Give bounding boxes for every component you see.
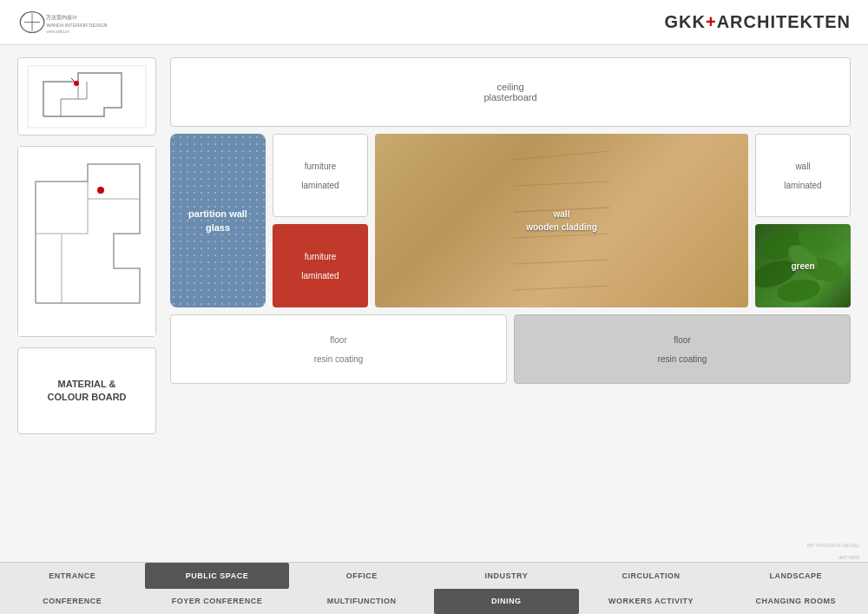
furniture-red-line1: furniture — [305, 252, 337, 261]
material-label-line2: COLOUR BOARD — [47, 392, 126, 402]
floor-gray-line2: resin coating — [658, 354, 707, 364]
wall-lam-column: wall laminated green — [755, 134, 851, 307]
furniture-white-card: furniture laminated — [273, 134, 368, 217]
green-text: green — [787, 258, 818, 274]
material-grid: partition wall glass furniture laminated… — [170, 134, 851, 307]
material-label: MATERIAL & COLOUR BOARD — [47, 378, 126, 405]
svg-line-18 — [514, 234, 609, 238]
floor-white-card: floor resin coating — [170, 314, 507, 384]
floor-plan-box — [17, 146, 156, 337]
watermark: MT INTERIOR DESIGN IMT·BBS — [807, 537, 859, 560]
furniture-white-line1: furniture — [305, 162, 337, 171]
header: 万达室内设计 WANDA INTERIOR DESIGN www.wdid.cn… — [0, 0, 868, 45]
nav-item-conference[interactable]: CONFERENCE — [0, 589, 145, 615]
ceiling-label: ceiling — [496, 82, 523, 92]
nav-item-circulation[interactable]: CIRCULATION — [579, 563, 724, 589]
material-label-line1: MATERIAL & — [58, 379, 116, 389]
nav-item-multifunction[interactable]: MULTIFUNCTION — [289, 589, 434, 615]
main-content: MATERIAL & COLOUR BOARD ceiling plasterb… — [0, 45, 868, 562]
wall-wooden-text: wall wooden cladding — [526, 208, 597, 234]
wall-wooden-card: wall wooden cladding — [375, 134, 748, 307]
svg-line-19 — [514, 260, 609, 264]
left-column: MATERIAL & COLOUR BOARD — [17, 57, 156, 550]
map-thumbnail — [26, 64, 148, 129]
ceiling-box: ceiling plasterboard — [170, 57, 851, 127]
bottom-nav: ENTRANCEPUBLIC SPACEOFFICEINDUSTRYCIRCUL… — [0, 562, 868, 614]
partition-wall-card: partition wall glass — [170, 134, 266, 307]
logo-plus: + — [706, 12, 717, 31]
floor-gray-card: floor resin coating — [514, 314, 851, 384]
ceiling-sub: plasterboard — [483, 92, 536, 102]
nav-item-office[interactable]: OFFICE — [289, 563, 434, 589]
floor-row: floor resin coating floor resin coating — [170, 314, 851, 384]
wall-lam-line2: laminated — [784, 181, 821, 190]
partition-line1: partition wall — [188, 208, 247, 219]
floor-white-line2: resin coating — [314, 354, 364, 364]
svg-point-14 — [97, 187, 104, 194]
svg-rect-9 — [18, 147, 155, 336]
logo-arch: ARCHITEKTEN — [717, 12, 851, 31]
wall-lam-line1: wall — [795, 162, 810, 171]
svg-point-7 — [74, 81, 79, 86]
nav-item-public-space[interactable]: PUBLIC SPACE — [145, 563, 290, 589]
wall-lam-white-card: wall laminated — [755, 134, 851, 217]
nav-item-landscape[interactable]: LANDSCAPE — [723, 563, 868, 589]
partition-line2: glass — [206, 222, 230, 233]
nav-row-1: ENTRANCEPUBLIC SPACEOFFICEINDUSTRYCIRCUL… — [0, 563, 868, 589]
wall-wooden-line1: wall — [554, 209, 570, 219]
svg-text:MT INTERIOR DESIGN: MT INTERIOR DESIGN — [807, 543, 859, 548]
logo-left: 万达室内设计 WANDA INTERIOR DESIGN www.wdid.cn — [17, 9, 122, 36]
logo-gkk: GKK — [665, 12, 706, 31]
right-column: ceiling plasterboard partition wall glas… — [170, 57, 851, 550]
svg-text:万达室内设计: 万达室内设计 — [46, 13, 77, 19]
company-logo: 万达室内设计 WANDA INTERIOR DESIGN www.wdid.cn — [17, 9, 122, 36]
material-colour-board-box: MATERIAL & COLOUR BOARD — [17, 347, 156, 434]
nav-item-workers-activity[interactable]: WORKERS ACTIVITY — [579, 589, 724, 615]
partition-wall-text: partition wall glass — [188, 207, 247, 235]
floor-white-line1: floor — [330, 335, 346, 345]
furniture-white-line2: laminated — [301, 181, 339, 190]
svg-line-16 — [514, 182, 609, 186]
svg-line-15 — [514, 151, 609, 160]
nav-item-changing-rooms[interactable]: CHANGING ROOMS — [723, 589, 868, 615]
nav-item-industry[interactable]: INDUSTRY — [434, 563, 579, 589]
svg-text:WANDA INTERIOR DESIGN: WANDA INTERIOR DESIGN — [46, 23, 107, 28]
nav-row-2: CONFERENCEFOYER CONFERENCEMULTIFUNCTIOND… — [0, 589, 868, 615]
furniture-red-line2: laminated — [301, 271, 339, 281]
wall-wooden-line2: wooden cladding — [526, 222, 597, 232]
nav-item-entrance[interactable]: ENTRANCE — [0, 563, 145, 589]
svg-text:www.wdid.cn: www.wdid.cn — [46, 30, 69, 34]
floor-plan-detail — [18, 147, 155, 336]
logo-right: GKK+ARCHITEKTEN — [665, 12, 851, 32]
svg-line-20 — [514, 286, 609, 290]
green-card: green — [755, 224, 851, 307]
map-box — [17, 57, 156, 135]
floor-gray-line1: floor — [674, 335, 690, 345]
furniture-red-card: furniture laminated — [273, 224, 368, 307]
nav-item-foyer-conference[interactable]: FOYER CONFERENCE — [145, 589, 290, 615]
furniture-column: furniture laminated furniture laminated — [273, 134, 368, 307]
nav-item-dining[interactable]: DINING — [434, 589, 579, 615]
